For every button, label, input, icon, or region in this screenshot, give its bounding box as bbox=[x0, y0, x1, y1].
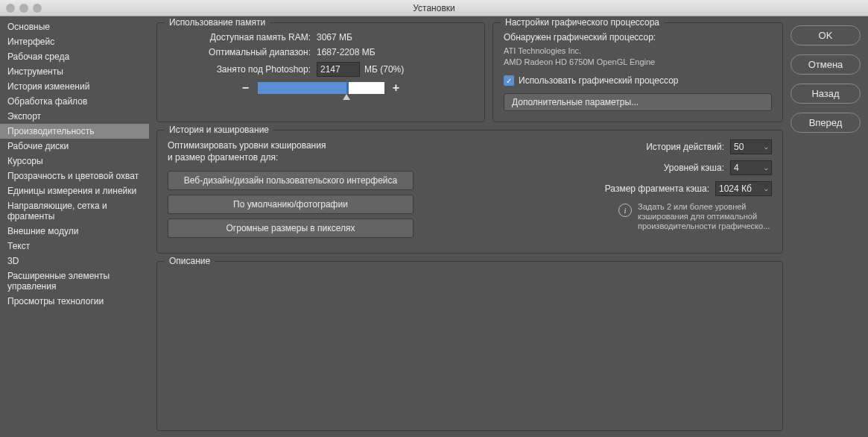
sidebar-item[interactable]: Основные bbox=[0, 19, 149, 34]
gpu-panel: Настройки графического процессора Обнару… bbox=[492, 22, 783, 122]
chevron-down-icon: ⌵ bbox=[764, 186, 768, 192]
back-button[interactable]: Назад bbox=[791, 84, 861, 104]
available-ram-label: Доступная память RAM: bbox=[168, 32, 317, 43]
cache-info-row: i Задать 2 или более уровней кэширования… bbox=[436, 202, 772, 231]
content: ОсновныеИнтерфейсРабочая средаИнструмент… bbox=[0, 16, 868, 437]
history-left: Оптимизировать уровни кэширования и разм… bbox=[168, 139, 421, 242]
sidebar-item[interactable]: Рабочие диски bbox=[0, 139, 149, 154]
sidebar-item[interactable]: Внешние модули bbox=[0, 224, 149, 239]
chevron-down-icon: ⌵ bbox=[764, 144, 768, 151]
available-ram-value: 3067 МБ bbox=[317, 32, 352, 43]
cache-levels-dropdown[interactable]: 4 ⌵ bbox=[730, 160, 772, 175]
ok-button[interactable]: OK bbox=[791, 25, 861, 45]
forward-button[interactable]: Вперед bbox=[791, 113, 861, 133]
gpu-legend: Настройки графического процессора bbox=[501, 17, 664, 28]
minimize-window-button[interactable] bbox=[19, 4, 28, 13]
sidebar-item[interactable]: 3D bbox=[0, 254, 149, 268]
sidebar-item[interactable]: Производительность bbox=[0, 124, 149, 139]
sidebar-item[interactable]: Обработка файлов bbox=[0, 94, 149, 109]
use-gpu-row: ✓ Использовать графический процессор bbox=[504, 75, 772, 86]
sidebar-item[interactable]: Просмотры технологии bbox=[0, 294, 149, 309]
window-controls bbox=[6, 4, 42, 13]
sidebar-item[interactable]: Единицы измерения и линейки bbox=[0, 183, 149, 198]
cache-tile-value: 1024 Кб bbox=[719, 183, 752, 194]
sidebar-item[interactable]: Направляющие, сетка и фрагменты bbox=[0, 198, 149, 224]
description-panel: Описание bbox=[156, 261, 783, 431]
cache-levels-value: 4 bbox=[734, 163, 739, 173]
sidebar-item[interactable]: Инструменты bbox=[0, 64, 149, 79]
memory-decrease-button[interactable]: − bbox=[240, 81, 252, 95]
top-row: Использование памяти Доступная память RA… bbox=[156, 22, 783, 122]
preset-web-ui-button[interactable]: Веб-дизайн/дизайн пользовательского инте… bbox=[168, 171, 414, 190]
titlebar: Установки bbox=[0, 0, 868, 16]
cancel-button[interactable]: Отмена bbox=[791, 54, 861, 75]
gpu-detected-label: Обнаружен графический процессор: bbox=[504, 32, 772, 43]
history-right: История действий: 50 ⌵ Уровней кэша: 4 ⌵ bbox=[436, 139, 772, 242]
memory-increase-button[interactable]: + bbox=[390, 81, 402, 95]
memory-slider-thumb[interactable] bbox=[343, 94, 350, 100]
info-icon: i bbox=[618, 204, 632, 217]
description-legend: Описание bbox=[165, 256, 215, 266]
use-gpu-checkbox[interactable]: ✓ bbox=[504, 75, 514, 86]
sidebar-item[interactable]: Расширенные элементы управления bbox=[0, 268, 149, 294]
cache-hint: Оптимизировать уровни кэширования и разм… bbox=[168, 139, 421, 163]
sidebar-item[interactable]: Интерфейс bbox=[0, 34, 149, 49]
history-cache-panel: История и кэширование Оптимизировать уро… bbox=[156, 130, 783, 254]
memory-slider-fill bbox=[258, 82, 346, 94]
close-window-button[interactable] bbox=[6, 4, 15, 13]
window-title: Установки bbox=[413, 3, 454, 13]
used-by-ps-label: Занято под Photoshop: bbox=[168, 64, 317, 75]
memory-slider[interactable] bbox=[258, 82, 384, 94]
preset-huge-pixels-button[interactable]: Огромные размеры в пикселях bbox=[168, 218, 414, 238]
ideal-range-value: 1687-2208 МБ bbox=[317, 47, 376, 57]
sidebar: ОсновныеИнтерфейсРабочая средаИнструмент… bbox=[0, 16, 149, 437]
memory-slider-row: − + bbox=[168, 81, 474, 95]
sidebar-item[interactable]: Текст bbox=[0, 239, 149, 254]
history-states-label: История действий: bbox=[646, 142, 724, 152]
gpu-advanced-button[interactable]: Дополнительные параметры... bbox=[504, 93, 772, 111]
sidebar-item[interactable]: Рабочая среда bbox=[0, 49, 149, 64]
gpu-vendor: ATI Technologies Inc. bbox=[504, 45, 772, 57]
sidebar-item[interactable]: Прозрачность и цветовой охват bbox=[0, 169, 149, 183]
use-gpu-label: Использовать графический процессор bbox=[519, 75, 679, 86]
gpu-device: AMD Radeon HD 6750M OpenGL Engine bbox=[504, 57, 772, 68]
preset-default-photo-button[interactable]: По умолчанию/фотографии bbox=[168, 195, 414, 214]
zoom-window-button[interactable] bbox=[33, 4, 42, 13]
history-legend: История и кэширование bbox=[165, 125, 273, 135]
ideal-range-label: Оптимальный диапазон: bbox=[168, 47, 317, 57]
used-by-ps-input[interactable] bbox=[317, 62, 360, 77]
main-area: Использование памяти Доступная память RA… bbox=[149, 16, 868, 437]
used-by-ps-suffix: МБ (70%) bbox=[364, 64, 404, 75]
main-panels: Использование памяти Доступная память RA… bbox=[156, 22, 783, 431]
sidebar-item[interactable]: История изменений bbox=[0, 79, 149, 94]
cache-tile-label: Размер фрагмента кэша: bbox=[605, 183, 709, 194]
cache-levels-label: Уровней кэша: bbox=[664, 163, 724, 173]
memory-legend: Использование памяти bbox=[165, 17, 270, 28]
history-states-value: 50 bbox=[734, 142, 744, 152]
cache-tile-dropdown[interactable]: 1024 Кб ⌵ bbox=[715, 181, 772, 196]
history-states-dropdown[interactable]: 50 ⌵ bbox=[730, 139, 772, 154]
sidebar-item[interactable]: Экспорт bbox=[0, 109, 149, 124]
chevron-down-icon: ⌵ bbox=[764, 165, 768, 172]
cache-info-text: Задать 2 или более уровней кэширования д… bbox=[638, 202, 772, 231]
memory-panel: Использование памяти Доступная память RA… bbox=[156, 22, 485, 122]
sidebar-item[interactable]: Курсоры bbox=[0, 154, 149, 169]
dialog-buttons: OK Отмена Назад Вперед bbox=[791, 22, 861, 431]
